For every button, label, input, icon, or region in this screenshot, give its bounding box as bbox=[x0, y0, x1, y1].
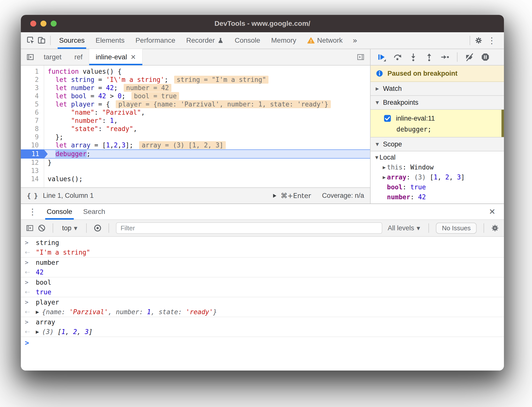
console-filter-input[interactable] bbox=[116, 222, 382, 234]
console-sidebar-icon[interactable] bbox=[26, 224, 34, 232]
live-expression-eye-icon[interactable] bbox=[94, 224, 102, 232]
file-tab-inline-eval[interactable]: inline-eval✕ bbox=[89, 49, 143, 65]
code-text[interactable]: } bbox=[48, 159, 52, 167]
code-text[interactable]: function values() { bbox=[48, 68, 121, 76]
line-number[interactable]: 4 bbox=[21, 92, 44, 100]
console-input-entry: >number bbox=[21, 258, 504, 268]
code-text[interactable]: "name": "Parzival", bbox=[48, 108, 145, 117]
tab-console[interactable]: Console bbox=[41, 204, 78, 220]
code-text[interactable]: values(); bbox=[48, 175, 83, 183]
step-over-icon[interactable] bbox=[393, 53, 402, 62]
expand-triangle-icon[interactable]: ▶ bbox=[36, 329, 39, 334]
code-token: ]; bbox=[125, 141, 133, 149]
panel-tabs: SourcesElementsPerformanceRecorderConsol… bbox=[54, 32, 348, 49]
file-tab-ref[interactable]: ref bbox=[68, 49, 89, 65]
code-token: Window bbox=[410, 164, 434, 171]
code-token: {name: bbox=[42, 308, 69, 316]
close-window-button[interactable] bbox=[30, 21, 36, 27]
code-token: bool bbox=[71, 92, 87, 100]
code-text[interactable]: let string = 'I\'m a string';string = "I… bbox=[48, 76, 268, 84]
show-navigator-icon[interactable] bbox=[23, 53, 37, 61]
step-icon[interactable] bbox=[441, 53, 450, 62]
file-tab-label: target bbox=[44, 53, 62, 61]
zoom-window-button[interactable] bbox=[51, 21, 57, 27]
code-text[interactable]: "number": 1, bbox=[48, 117, 118, 125]
inspect-element-icon[interactable] bbox=[25, 34, 36, 47]
chevron-right-icon[interactable]: ▶ bbox=[381, 165, 387, 170]
tab-performance[interactable]: Performance bbox=[130, 32, 181, 49]
scope-variable-name: number bbox=[387, 193, 410, 201]
drawer-menu-icon[interactable]: ⋮ bbox=[26, 207, 39, 217]
scope-group-local[interactable]: ▼Local bbox=[371, 152, 504, 162]
javascript-context-selector[interactable]: top ▼ bbox=[60, 224, 79, 232]
toolbar-separator bbox=[470, 36, 470, 45]
code-editor[interactable]: 1function values() {2 let string = 'I\'m… bbox=[21, 66, 370, 187]
execution-line-marker[interactable]: 11 bbox=[21, 149, 48, 159]
close-drawer-icon[interactable]: ✕ bbox=[489, 207, 499, 216]
tab-network[interactable]: Network bbox=[302, 32, 348, 49]
breakpoint-checkbox[interactable] bbox=[383, 114, 391, 122]
line-number[interactable]: 8 bbox=[21, 125, 44, 133]
settings-gear-icon[interactable] bbox=[473, 34, 484, 47]
file-tab-target[interactable]: target bbox=[37, 49, 68, 65]
expand-triangle-icon[interactable]: ▶ bbox=[36, 309, 39, 314]
minimize-window-button[interactable] bbox=[40, 21, 46, 27]
code-token: 42 bbox=[418, 193, 426, 201]
tab-elements[interactable]: Elements bbox=[90, 32, 130, 49]
file-tab-strip: targetrefinline-eval✕ bbox=[21, 49, 370, 66]
console-input-entry: >array bbox=[21, 317, 504, 327]
line-number[interactable]: 14 bbox=[21, 175, 44, 183]
step-into-icon[interactable] bbox=[409, 53, 418, 62]
close-tab-icon[interactable]: ✕ bbox=[130, 53, 136, 61]
panel-right-toggle-icon[interactable] bbox=[354, 53, 368, 61]
deactivate-breakpoints-icon[interactable] bbox=[465, 53, 474, 62]
step-out-icon[interactable] bbox=[425, 53, 434, 62]
line-number[interactable]: 13 bbox=[21, 167, 44, 175]
line-number[interactable]: 1 bbox=[21, 68, 44, 76]
tab-console[interactable]: Console bbox=[229, 32, 266, 49]
more-panels-icon[interactable]: » bbox=[348, 36, 362, 45]
code-text[interactable]: let player = {player = {name: 'Parzival'… bbox=[48, 100, 331, 108]
tab-recorder[interactable]: Recorder bbox=[181, 32, 229, 49]
chevron-down-icon[interactable]: ▼ bbox=[374, 155, 380, 160]
line-number[interactable]: 7 bbox=[21, 117, 44, 125]
scope-section-header[interactable]: ▼ Scope bbox=[371, 137, 504, 151]
log-levels-selector[interactable]: All levels ▼ bbox=[386, 224, 421, 232]
console-prompt[interactable]: > bbox=[21, 337, 504, 348]
code-text[interactable]: let array = [1,2,3];array = (3) [1, 2, 3… bbox=[48, 141, 226, 149]
resume-script-icon[interactable] bbox=[377, 53, 386, 62]
watch-section-header[interactable]: ▶ Watch bbox=[371, 82, 504, 96]
tab-memory[interactable]: Memory bbox=[266, 32, 302, 49]
code-text[interactable]: }; bbox=[48, 133, 63, 141]
console-settings-gear-icon[interactable] bbox=[491, 224, 499, 232]
customize-devtools-icon[interactable]: ⋮ bbox=[484, 35, 499, 45]
code-token: 2 bbox=[73, 328, 77, 336]
pause-on-exceptions-icon[interactable] bbox=[481, 53, 490, 62]
console-input-entry: >string bbox=[21, 238, 504, 248]
code-text[interactable]: "state": "ready", bbox=[48, 125, 137, 133]
line-number[interactable]: 5 bbox=[21, 100, 44, 108]
scope-group-label: Local bbox=[380, 154, 396, 161]
tab-search[interactable]: Search bbox=[78, 204, 111, 220]
issues-counter-button[interactable]: No Issues bbox=[436, 223, 477, 234]
code-text[interactable]: debugger; bbox=[48, 150, 90, 158]
line-number[interactable]: 6 bbox=[21, 108, 44, 117]
device-toolbar-icon[interactable] bbox=[36, 34, 47, 47]
code-text[interactable]: let bool = 42 > 0;bool = true bbox=[48, 92, 179, 100]
line-number[interactable]: 9 bbox=[21, 133, 44, 141]
breakpoints-section-header[interactable]: ▼ Breakpoints bbox=[371, 96, 504, 110]
line-number[interactable]: 10 bbox=[21, 141, 44, 149]
code-line: 1111 debugger; bbox=[21, 149, 370, 159]
chevron-right-icon[interactable]: ▶ bbox=[381, 175, 387, 180]
tab-sources[interactable]: Sources bbox=[54, 32, 90, 49]
code-token: 1 bbox=[110, 117, 114, 124]
line-number[interactable]: 2 bbox=[21, 76, 44, 84]
code-line: 7 "number": 1, bbox=[21, 117, 370, 125]
line-number[interactable]: 12 bbox=[21, 159, 44, 167]
breakpoints-label: Breakpoints bbox=[383, 99, 418, 106]
code-text[interactable]: let number = 42;number = 42 bbox=[48, 84, 171, 92]
clear-console-icon[interactable] bbox=[38, 224, 46, 232]
pretty-print-icon[interactable]: { } bbox=[27, 192, 38, 200]
breakpoint-entry[interactable]: inline-eval:11 debugger; bbox=[371, 110, 504, 137]
line-number[interactable]: 3 bbox=[21, 84, 44, 92]
